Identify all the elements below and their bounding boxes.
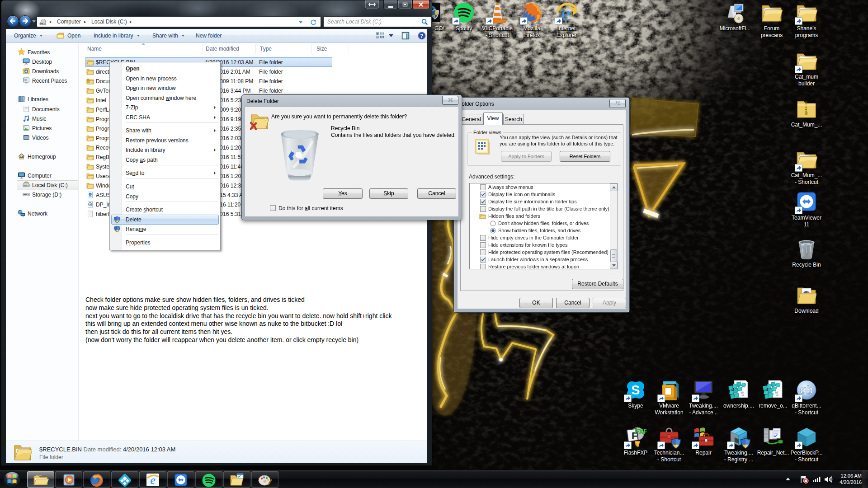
svg-text:?: ? [420,33,423,39]
svg-text:S: S [631,383,640,397]
svg-text:qb: qb [800,384,813,396]
svg-text:FXP: FXP [635,427,646,435]
